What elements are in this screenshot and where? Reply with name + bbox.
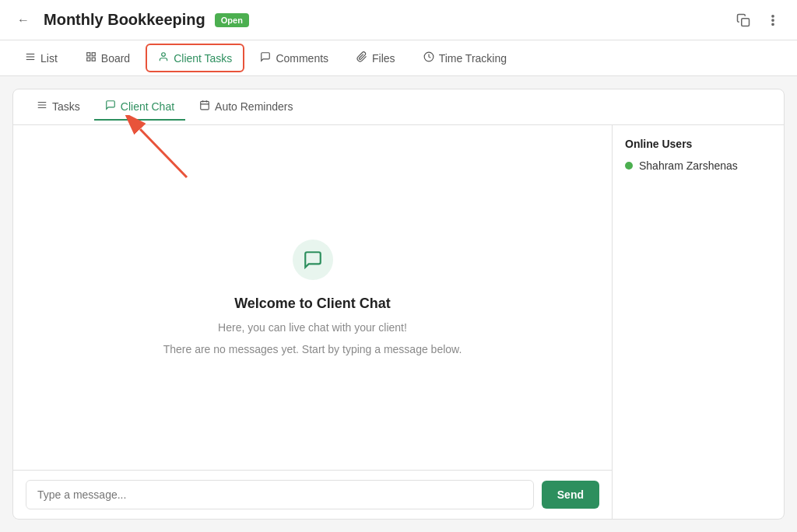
chat-input-bar: Send [13, 470, 612, 519]
chat-welcome-title: Welcome to Client Chat [234, 296, 391, 312]
comments-icon [260, 51, 271, 65]
chat-no-messages: There are no messages yet. Start by typi… [163, 343, 462, 355]
chat-area: Welcome to Client Chat Here, you can liv… [13, 125, 613, 519]
send-button[interactable]: Send [542, 481, 599, 509]
tab-time-tracking[interactable]: Time Tracking [411, 44, 519, 72]
chat-messages: Welcome to Client Chat Here, you can liv… [13, 125, 612, 470]
back-button[interactable]: ← [12, 9, 34, 32]
client-chat-sub-icon [105, 100, 116, 113]
svg-point-3 [772, 23, 774, 25]
subtab-client-chat[interactable]: Client Chat [94, 93, 185, 121]
tab-time-tracking-label: Time Tracking [439, 52, 507, 65]
tab-board-label: Board [101, 52, 130, 65]
tab-files[interactable]: Files [344, 44, 408, 72]
svg-rect-7 [87, 53, 90, 56]
tab-client-tasks-label: Client Tasks [174, 52, 232, 65]
svg-rect-16 [201, 101, 209, 110]
tab-client-tasks[interactable]: Client Tasks [146, 44, 244, 72]
files-icon [356, 51, 367, 65]
client-tasks-icon [158, 51, 169, 65]
time-tracking-icon [423, 51, 434, 65]
svg-point-11 [162, 53, 166, 57]
page-title: Monthly Bookkeeping [44, 11, 205, 29]
tab-board[interactable]: Board [73, 44, 142, 72]
main-content: Tasks Client Chat Auto Reminders [0, 76, 797, 532]
more-options-button[interactable] [761, 9, 785, 32]
online-user-item: Shahram Zarshenas [625, 159, 771, 172]
tab-list[interactable]: List [12, 44, 70, 72]
chat-input[interactable] [26, 480, 534, 509]
online-user-name: Shahram Zarshenas [639, 159, 738, 172]
sub-tabs: Tasks Client Chat Auto Reminders [13, 89, 784, 125]
content-body: Welcome to Client Chat Here, you can liv… [13, 125, 784, 519]
tab-list-label: List [40, 52, 58, 65]
subtab-client-chat-label: Client Chat [121, 100, 174, 113]
subtab-auto-reminders-label: Auto Reminders [215, 100, 293, 113]
tab-comments[interactable]: Comments [248, 44, 341, 72]
svg-rect-8 [92, 53, 95, 56]
tasks-sub-icon [37, 100, 47, 113]
online-status-dot [625, 162, 633, 170]
subtab-auto-reminders[interactable]: Auto Reminders [188, 93, 304, 121]
board-icon [86, 51, 97, 65]
tab-comments-label: Comments [276, 52, 328, 65]
subtab-tasks[interactable]: Tasks [26, 93, 91, 121]
svg-rect-9 [92, 58, 95, 61]
copy-icon-button[interactable] [732, 9, 755, 32]
svg-point-1 [772, 15, 774, 16]
nav-tabs: List Board Client Tasks Comments Files T… [0, 40, 797, 76]
auto-reminders-sub-icon [199, 100, 210, 113]
svg-rect-10 [87, 58, 90, 61]
header-right [732, 9, 785, 32]
svg-point-2 [772, 19, 774, 20]
svg-rect-0 [742, 18, 750, 26]
chat-sidebar: Online Users Shahram Zarshenas [613, 125, 784, 519]
subtab-tasks-label: Tasks [52, 100, 80, 113]
header-left: ← Monthly Bookkeeping Open [12, 9, 249, 32]
status-badge: Open [215, 13, 249, 27]
chat-welcome-subtitle: Here, you can live chat with your client… [218, 321, 407, 334]
online-users-title: Online Users [625, 138, 771, 150]
list-icon [25, 51, 36, 65]
content-card: Tasks Client Chat Auto Reminders [12, 89, 785, 520]
top-header: ← Monthly Bookkeeping Open [0, 0, 797, 40]
chat-welcome-icon [293, 240, 333, 280]
tab-files-label: Files [372, 52, 395, 65]
